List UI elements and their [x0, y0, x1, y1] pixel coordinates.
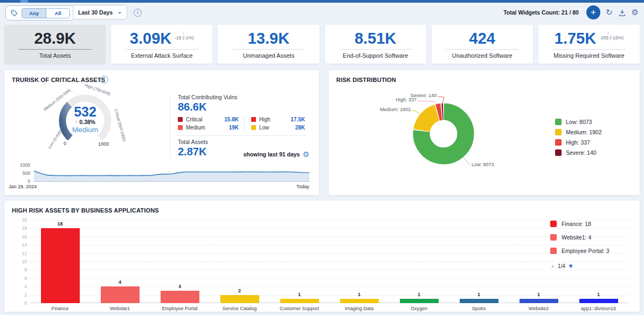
- legend-swatch: [555, 149, 562, 156]
- trurisk-footer: showing last 91 days ⚙: [243, 150, 309, 159]
- toolbar-actions: Total Widgets Count: 21 / 80 + ↻ ⚙: [503, 4, 639, 20]
- legend-item[interactable]: Medium: 1902: [555, 127, 602, 137]
- add-widget-button[interactable]: +: [586, 5, 600, 19]
- kpi-card[interactable]: 13.9KUnmanaged Assets: [218, 25, 319, 64]
- chevron-down-icon: ⌄: [117, 9, 122, 13]
- vuln-legend-column: Critical15.8KMedium19K: [178, 115, 244, 132]
- kpi-card[interactable]: 3.09K↓-16 (-1%)External Attack Surface: [111, 25, 212, 64]
- bar-spotix[interactable]: [460, 299, 498, 303]
- legend-item[interactable]: Low28K: [251, 124, 305, 132]
- total-assets-label: Total Assets: [178, 139, 310, 145]
- kpi-card[interactable]: 1.75K↓-265 (-15%)Missing Required Softwa…: [538, 25, 640, 64]
- bar-imaging-data[interactable]: [340, 299, 379, 303]
- x-axis-line: [34, 181, 309, 182]
- trurisk-panel: TRURISK OF CRITICAL ASSETS i Low (0-499)…: [4, 70, 319, 195]
- kpi-divider: [126, 49, 198, 50]
- kpi-label: End-of-Support Software: [343, 52, 408, 59]
- legend-item[interactable]: High: 337: [555, 137, 602, 147]
- info-icon[interactable]: i: [134, 9, 142, 17]
- bar-category-label: Website1: [94, 306, 146, 312]
- bar-finance[interactable]: [41, 228, 80, 303]
- kpi-value: 424: [469, 30, 495, 47]
- date-range-value: Last 30 Days: [78, 9, 113, 16]
- panel-title: TRURISK OF CRITICAL ASSETS: [12, 77, 115, 83]
- legend-item[interactable]: Service Catalog: 2: [550, 257, 632, 261]
- legend-swatch: [555, 129, 562, 135]
- legend-name: Critical: [186, 117, 224, 122]
- legend-page-down-icon[interactable]: ▼: [568, 263, 574, 269]
- bar-value-label: 1: [269, 292, 329, 297]
- legend-swatch: [178, 117, 183, 122]
- settings-gear-icon[interactable]: ⚙: [302, 150, 309, 159]
- legend-item[interactable]: Finance: 18: [550, 217, 632, 230]
- x-axis-start-label: Jan 29, 2024: [9, 184, 37, 189]
- kpi-value: 8.51K: [355, 30, 396, 47]
- tag-match-all-button[interactable]: All: [46, 9, 70, 18]
- risk-distribution-panel: RISK DISTRIBUTION Severe: 140High: 337Me…: [329, 70, 640, 195]
- date-range-dropdown[interactable]: Last 30 Days ⌄: [73, 5, 127, 19]
- legend-name: Medium: [186, 125, 229, 131]
- y-tick-label: 500: [6, 170, 30, 176]
- kpi-card[interactable]: 424Unauthorized Software: [432, 25, 533, 64]
- bar-website1[interactable]: [101, 286, 140, 303]
- legend-item[interactable]: Website1: 4: [550, 230, 632, 244]
- bar-app1-division15[interactable]: [579, 299, 618, 303]
- donut-segment-medium[interactable]: [422, 113, 437, 131]
- bar-oxygen[interactable]: [400, 299, 439, 303]
- y-tick-label: 10: [8, 259, 27, 264]
- tag-match-any-button[interactable]: Any: [22, 9, 46, 18]
- kpi-value: 28.9K: [34, 30, 75, 47]
- widgets-count-label: Total Widgets Count: 21 / 80: [503, 9, 579, 16]
- legend-swatch: [550, 221, 557, 227]
- kpi-row: 28.9KTotal Assets3.09K↓-16 (-1%)External…: [4, 25, 640, 64]
- total-vulns-value: 86.6K: [178, 100, 310, 113]
- legend-swatch: [251, 117, 256, 122]
- kpi-card[interactable]: 8.51KEnd-of-Support Software: [325, 25, 426, 64]
- legend-item[interactable]: Employee Portal: 3: [550, 244, 632, 257]
- legend-name: High: [259, 117, 290, 122]
- legend-item[interactable]: Medium19K: [178, 124, 239, 132]
- panel-title: HIGH RISK ASSETS BY BUSINESS APPLICATION…: [12, 207, 159, 214]
- toolbar: Any All Last 30 Days ⌄ i Total Widgets C…: [0, 4, 644, 22]
- kpi-card[interactable]: 28.9KTotal Assets: [4, 25, 106, 64]
- kpi-delta: ↓-265 (-15%): [599, 30, 624, 41]
- donut-callout-high: High: 337: [396, 97, 417, 102]
- bar-column: 1Customer Support: [269, 220, 329, 303]
- info-icon[interactable]: i: [100, 76, 108, 84]
- legend-name: Low: [259, 125, 295, 131]
- panel-title: RISK DISTRIBUTION: [336, 77, 396, 83]
- bar-column: 1Imaging Data: [329, 220, 389, 303]
- settings-gear-icon[interactable]: ⚙: [632, 8, 639, 17]
- bar-column: 1Oxygen: [389, 220, 449, 303]
- bar-category-label: Imaging Data: [334, 306, 385, 312]
- y-tick-label: 12: [8, 251, 27, 256]
- legend-label: Severe: 140: [566, 149, 597, 156]
- trend-pct: 0.38%: [79, 119, 95, 125]
- refresh-icon[interactable]: ↻: [606, 8, 613, 17]
- legend-item[interactable]: Severe: 140: [555, 147, 602, 158]
- tag-filter-group: Any All: [5, 5, 75, 20]
- legend-page-up-icon[interactable]: ▲: [550, 263, 555, 269]
- risk-legend: Low: 8073Medium: 1902High: 337Severe: 14…: [555, 117, 602, 158]
- bar-category-label: Employee Portal: [154, 306, 206, 312]
- bar-customer-support[interactable]: [280, 299, 319, 303]
- bar-category-label: Website2: [513, 306, 565, 312]
- bar-website2[interactable]: [520, 299, 558, 303]
- legend-item[interactable]: High17.5K: [251, 115, 305, 124]
- legend-swatch: [178, 125, 183, 130]
- kpi-label: Total Assets: [39, 52, 71, 59]
- legend-item[interactable]: Low: 8073: [555, 117, 602, 127]
- kpi-delta-text: -265 (-15%): [599, 35, 624, 41]
- apps-bar-chart: 18Finance4Website13Employee Portal2Servi…: [30, 220, 628, 303]
- kpi-value: 1.75K: [555, 30, 596, 47]
- kpi-divider: [552, 49, 625, 50]
- gauge-max-label: 1000: [98, 141, 109, 147]
- legend-item[interactable]: Critical15.8K: [178, 115, 239, 124]
- vuln-legend-column: High17.5KLow28K: [244, 115, 310, 132]
- bar-service-catalog[interactable]: [220, 295, 259, 303]
- donut-segment-high[interactable]: [438, 112, 441, 112]
- bar-category-label: app1::division15: [573, 306, 625, 312]
- download-icon[interactable]: [618, 9, 626, 17]
- bar-employee-portal[interactable]: [161, 291, 199, 303]
- kpi-value: 13.9K: [248, 30, 289, 47]
